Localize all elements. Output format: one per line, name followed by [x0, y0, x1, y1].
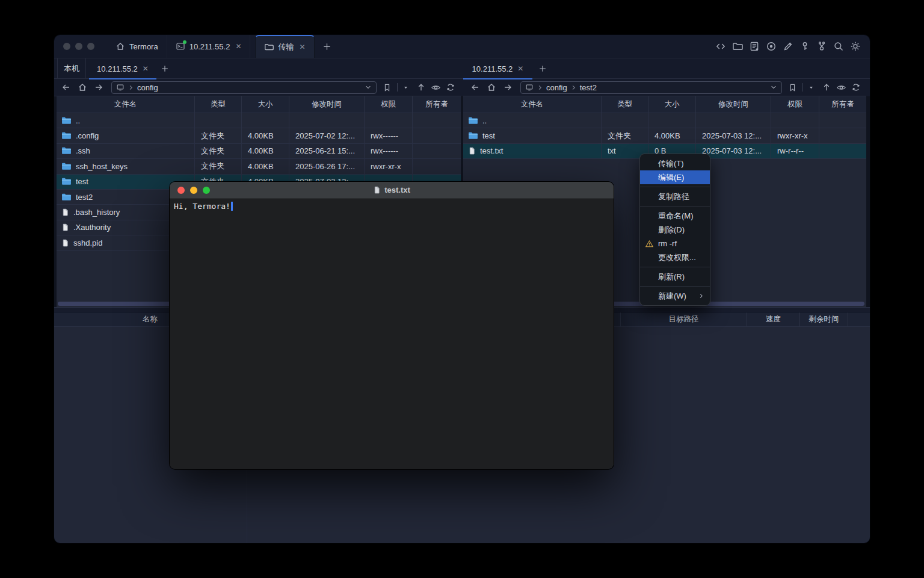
menu-item[interactable]: 传输(T) [640, 157, 710, 170]
window-tabbar: Termora 10.211.55.2 ✕ 传输 ✕ [54, 35, 870, 58]
editor-titlebar[interactable]: test.txt [170, 182, 614, 199]
right-path-bar[interactable]: config test2 [520, 81, 782, 94]
file-type-cell [195, 113, 242, 128]
refresh-icon[interactable] [446, 82, 455, 92]
close-tab-icon[interactable]: ✕ [143, 64, 149, 73]
table-row[interactable]: .. [57, 113, 461, 128]
tab-transfer[interactable]: 传输 ✕ [255, 35, 314, 58]
file-size-cell: 4.00KB [242, 128, 289, 143]
transfer-column-header[interactable]: 速度 [747, 312, 800, 326]
menu-item[interactable]: 复制路径 [640, 190, 710, 204]
upload-icon[interactable] [416, 82, 426, 92]
terminal-icon [176, 42, 185, 51]
bookmark-dropdown-icon[interactable] [808, 85, 814, 90]
left-new-tab-button[interactable] [161, 58, 169, 79]
tab-local[interactable]: 本机 [57, 58, 86, 79]
submenu-arrow-icon [698, 293, 704, 299]
home-icon[interactable] [483, 82, 499, 92]
back-icon[interactable] [467, 82, 483, 92]
record-icon[interactable] [765, 41, 777, 52]
menu-item[interactable]: 删除(D) [640, 223, 710, 237]
search-icon[interactable] [833, 41, 844, 52]
tab-session[interactable]: 10.211.55.2 ✕ [167, 35, 251, 58]
column-header[interactable]: 所有者 [413, 96, 461, 113]
table-row[interactable]: .ssh文件夹4.00KB2025-06-21 15:...rwx------ [57, 144, 461, 159]
table-row[interactable]: .config文件夹4.00KB2025-07-02 12:...rwx----… [57, 128, 461, 143]
transfer-column-header[interactable]: 目标路径 [621, 312, 747, 326]
refresh-icon[interactable] [851, 82, 861, 92]
menu-item[interactable]: 刷新(R) [640, 270, 710, 284]
transfer-column-header[interactable]: 剩余时间 [800, 312, 848, 326]
keychain-icon[interactable] [816, 41, 827, 52]
column-header[interactable]: 大小 [648, 96, 696, 113]
tab-right-session[interactable]: 10.211.55.2 ✕ [463, 58, 532, 79]
bookmark-icon[interactable] [383, 83, 392, 92]
minimize-window-button[interactable] [75, 43, 82, 50]
file-name-cell[interactable]: .. [463, 113, 602, 128]
breadcrumb[interactable]: test2 [580, 83, 597, 92]
transfer-column-header[interactable] [848, 312, 870, 326]
code-icon[interactable] [715, 41, 726, 52]
column-header[interactable]: 文件名 [463, 96, 602, 113]
back-icon[interactable] [58, 82, 74, 92]
upload-icon[interactable] [822, 82, 831, 92]
file-name-cell[interactable]: .. [57, 113, 195, 128]
right-new-tab-button[interactable] [538, 58, 547, 79]
close-tab-icon[interactable]: ✕ [299, 43, 305, 51]
chevron-down-icon[interactable] [770, 84, 777, 91]
zoom-window-button[interactable] [87, 43, 94, 50]
folder-icon [61, 162, 72, 171]
column-header[interactable]: 所有者 [819, 96, 866, 113]
column-header[interactable]: 修改时间 [696, 96, 771, 113]
show-hidden-files-icon[interactable] [836, 82, 846, 93]
table-row[interactable]: .. [463, 113, 866, 128]
settings-icon[interactable] [849, 41, 861, 52]
file-name-cell[interactable]: .config [57, 128, 195, 143]
file-name-cell[interactable]: test.txt [463, 144, 602, 159]
menu-item[interactable]: 更改权限... [640, 250, 710, 264]
tab-termora[interactable]: Termora [106, 35, 167, 58]
edit-icon[interactable] [782, 41, 793, 52]
menu-item[interactable]: rm -rf [640, 237, 710, 250]
menu-item[interactable]: 新建(W) [640, 289, 710, 303]
column-header[interactable]: 大小 [242, 96, 289, 113]
global-toolbar [715, 35, 861, 58]
left-path-bar[interactable]: config [111, 81, 377, 94]
file-name-cell[interactable]: test [463, 128, 602, 143]
menu-item[interactable]: 重命名(M) [640, 209, 710, 223]
menu-item-label: 传输(T) [658, 158, 684, 169]
folder-icon[interactable] [732, 41, 743, 52]
column-header[interactable]: 权限 [365, 96, 413, 113]
editor-content[interactable]: Hi, Termora! [170, 199, 614, 469]
close-tab-icon[interactable]: ✕ [517, 64, 523, 73]
close-tab-icon[interactable]: ✕ [235, 42, 241, 51]
table-row[interactable]: ssh_host_keys文件夹4.00KB2025-06-26 17:...r… [57, 159, 461, 174]
new-tab-button[interactable] [315, 35, 339, 58]
chevron-down-icon[interactable] [365, 84, 372, 91]
bookmark-icon[interactable] [788, 83, 797, 92]
forward-icon[interactable] [499, 82, 516, 92]
breadcrumb[interactable]: config [546, 83, 567, 92]
key-icon[interactable] [799, 41, 810, 52]
breadcrumb[interactable]: config [137, 83, 158, 92]
menu-item[interactable]: 编辑(E) [640, 170, 710, 184]
file-name-cell[interactable]: .ssh [57, 144, 195, 159]
tab-left-session[interactable]: 10.211.55.2 ✕ [89, 58, 156, 79]
column-header[interactable]: 权限 [771, 96, 819, 113]
column-header[interactable]: 修改时间 [289, 96, 365, 113]
forward-icon[interactable] [90, 82, 106, 92]
column-header[interactable]: 类型 [602, 96, 648, 113]
show-hidden-files-icon[interactable] [431, 82, 441, 93]
column-header[interactable]: 文件名 [57, 96, 195, 113]
table-row[interactable]: test文件夹4.00KB2025-07-03 12:...rwxr-xr-x [463, 128, 866, 143]
bookmark-dropdown-icon[interactable] [403, 85, 408, 90]
computer-icon [525, 83, 534, 92]
close-window-button[interactable] [63, 43, 70, 50]
column-header[interactable]: 类型 [195, 96, 242, 113]
log-icon[interactable] [748, 41, 760, 52]
file-name: .ssh [76, 146, 90, 155]
file-name-cell[interactable]: ssh_host_keys [57, 159, 195, 174]
menu-item-label: 删除(D) [658, 225, 685, 235]
home-icon[interactable] [74, 82, 90, 92]
window-controls[interactable] [63, 35, 98, 58]
